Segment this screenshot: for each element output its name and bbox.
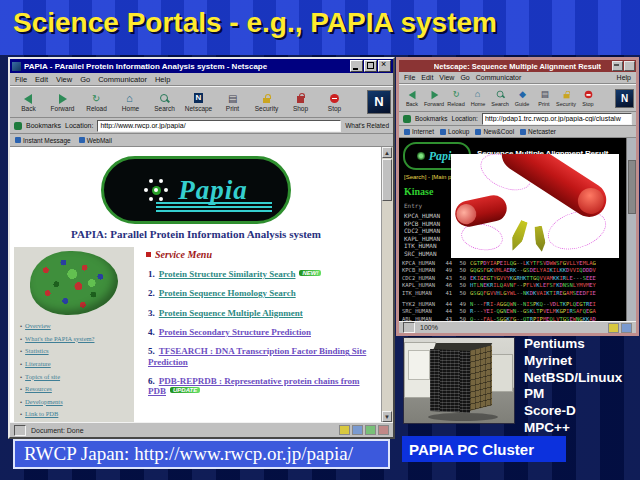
service-menu-title: Service Menu	[155, 249, 212, 260]
menu-view[interactable]: View	[439, 74, 454, 81]
location-label: Location:	[65, 122, 93, 129]
sidebar-link-item: •What's the PAPIA system?	[20, 335, 130, 342]
discussion-icon[interactable]	[378, 425, 389, 435]
vertical-scrollbar[interactable]: ▲ ▼	[381, 147, 393, 422]
service-link[interactable]: Protein Structure Similarity Search	[159, 269, 296, 279]
scroll-up-icon[interactable]: ▲	[382, 147, 392, 158]
maximize-icon[interactable]	[624, 61, 635, 71]
toolbar-button-print[interactable]: Print	[533, 88, 555, 109]
entry-name[interactable]: KAPL_HUMAN	[404, 235, 440, 243]
service-link[interactable]: Protein Sequence Multiple Alignment	[159, 308, 303, 318]
security-status-icon[interactable]	[403, 322, 415, 333]
scroll-thumb[interactable]	[382, 159, 392, 201]
toolbar-button-home[interactable]: Home	[114, 90, 147, 115]
toolbar-button-reload[interactable]: Reload	[80, 90, 113, 115]
bookmark-icon[interactable]	[14, 122, 22, 130]
toolbar-button-label: Search	[154, 105, 175, 112]
toolbar-button-search[interactable]: Search	[148, 90, 181, 115]
sidebar-link[interactable]: Link to PDB	[25, 410, 58, 417]
entry-name[interactable]: KPCA_HUMAN	[404, 212, 440, 220]
cluster-spec: NetBSD/Linuux	[524, 370, 622, 387]
menu-edit[interactable]: Edit	[35, 75, 48, 84]
navigator-icon[interactable]	[608, 323, 619, 333]
bookmark-icon[interactable]	[403, 115, 411, 123]
entry-name[interactable]: SRC_HUMAN	[404, 250, 437, 258]
entry-name[interactable]: CDC2_HUMAN	[404, 227, 440, 235]
toolbar-button-back[interactable]: Back	[12, 90, 45, 115]
whats-related-button[interactable]: What's Related	[345, 122, 389, 129]
entry-name[interactable]: ITK_HUMAN	[404, 242, 437, 250]
menu-edit[interactable]: Edit	[421, 74, 433, 81]
menu-go[interactable]: Go	[460, 74, 469, 81]
sidebar-link[interactable]: What's the PAPIA system?	[25, 335, 94, 342]
personal-link[interactable]: Instant Message	[15, 137, 71, 144]
toolbar-button-security[interactable]: Security	[555, 88, 577, 109]
service-link[interactable]: TFSEARCH : DNA Transcription Factor Bind…	[148, 346, 366, 366]
entry-name[interactable]: KPCB_HUMAN	[404, 220, 440, 228]
sequence-name: ABL_HUMAN	[402, 316, 442, 321]
sidebar-link-item: •Link to PDB	[20, 410, 130, 417]
minimize-icon[interactable]	[350, 60, 363, 72]
sidebar-link[interactable]: Statistics	[25, 347, 48, 354]
menu-file[interactable]: File	[15, 75, 27, 84]
personal-link[interactable]: Lookup	[440, 128, 469, 135]
menu-help[interactable]: Help	[155, 75, 170, 84]
personal-link-label: Internet	[412, 128, 434, 135]
navigator-icon[interactable]	[339, 425, 350, 435]
menu-go[interactable]: Go	[80, 75, 90, 84]
sidebar-link[interactable]: Developments	[25, 398, 63, 405]
toolbar-button-back[interactable]: Back	[401, 88, 423, 109]
bookmarks-label[interactable]: Bookmarks	[415, 115, 448, 122]
composer-icon[interactable]	[365, 425, 376, 435]
scroll-down-icon[interactable]: ▼	[382, 411, 392, 422]
window-titlebar[interactable]: Netscape: Sequence Multiple Alignment Re…	[399, 60, 636, 72]
mail-icon[interactable]	[352, 425, 363, 435]
netscape-logo-icon[interactable]: N	[367, 90, 391, 114]
photo-rack-side	[470, 345, 492, 410]
sidebar-link[interactable]: Topics of site	[25, 373, 60, 380]
personal-link[interactable]: WebMail	[79, 137, 112, 144]
toolbar-button-forward[interactable]: Forward	[423, 88, 445, 109]
bookmarks-label[interactable]: Bookmarks	[26, 122, 61, 129]
sidebar-link[interactable]: Resources	[25, 385, 52, 392]
netscape-logo-icon[interactable]: N	[615, 89, 634, 108]
toolbar-button-print[interactable]: Print	[216, 90, 249, 115]
personal-link[interactable]: Internet	[404, 128, 434, 135]
toolbar-button-stop[interactable]: Stop	[318, 90, 351, 115]
mail-icon[interactable]	[621, 323, 632, 333]
location-input[interactable]	[482, 113, 632, 125]
service-link[interactable]: Protein Secondary Structure Prediction	[159, 327, 311, 337]
slide-title: Science Portals - e.g., PAPIA system	[13, 7, 497, 39]
menu-help[interactable]: Help	[617, 74, 631, 81]
vertical-scrollbar[interactable]	[626, 138, 636, 321]
toolbar-button-forward[interactable]: Forward	[46, 90, 79, 115]
location-label: Location:	[452, 115, 478, 122]
personal-link[interactable]: New&Cool	[475, 128, 514, 135]
menu-file[interactable]: File	[404, 74, 415, 81]
location-input[interactable]	[97, 120, 341, 132]
toolbar-button-stop[interactable]: Stop	[577, 88, 599, 109]
sidebar-link[interactable]: Literature	[25, 360, 51, 367]
toolbar-button-reload[interactable]: Reload	[445, 88, 467, 109]
toolbar-button-security[interactable]: Security	[250, 90, 283, 115]
security-status-icon[interactable]	[14, 425, 26, 436]
personal-link-label: WebMail	[87, 137, 112, 144]
minimize-icon[interactable]	[612, 61, 623, 71]
service-link[interactable]: Protein Sequence Homology Search	[159, 288, 296, 298]
toolbar-button-netscape[interactable]: Netscape	[182, 90, 215, 115]
toolbar-button-home[interactable]: Home	[467, 88, 489, 109]
menu-view[interactable]: View	[56, 75, 72, 84]
scroll-thumb[interactable]	[628, 160, 636, 214]
window-titlebar[interactable]: PAPIA - PArallel Protein Information Ana…	[10, 59, 393, 73]
menu-communicator[interactable]: Communicator	[476, 74, 522, 81]
maximize-icon[interactable]	[364, 60, 377, 72]
menu-communicator[interactable]: Communicator	[98, 75, 147, 84]
toolbar-button-shop[interactable]: Shop	[284, 90, 317, 115]
bullet-icon: •	[20, 374, 22, 380]
close-icon[interactable]	[378, 60, 391, 72]
toolbar-button-search[interactable]: Search	[489, 88, 511, 109]
toolbar-button-guide[interactable]: Guide	[511, 88, 533, 109]
sidebar-link[interactable]: Overview	[25, 322, 51, 329]
toolbar-button-label: Stop	[328, 105, 341, 112]
personal-link[interactable]: Netcaster	[520, 128, 556, 135]
